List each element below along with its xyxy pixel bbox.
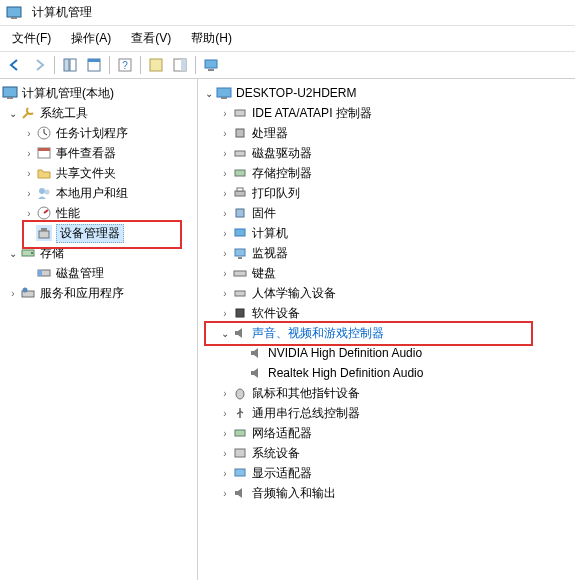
show-hide-tree-button[interactable] (59, 54, 81, 76)
svg-rect-26 (38, 270, 42, 276)
chevron-down-icon[interactable]: ⌄ (202, 88, 216, 99)
monitor-button[interactable] (200, 54, 222, 76)
dev-disk-drives[interactable]: ›磁盘驱动器 (198, 143, 575, 163)
back-button[interactable] (4, 54, 26, 76)
dev-firmware[interactable]: ›固件 (198, 203, 575, 223)
dev-network[interactable]: ›网络适配器 (198, 423, 575, 443)
tree-root[interactable]: 计算机管理(本地) (0, 83, 197, 103)
app-icon (6, 5, 22, 21)
menu-file[interactable]: 文件(F) (8, 28, 55, 49)
properties-button[interactable] (83, 54, 105, 76)
svg-rect-22 (41, 228, 47, 231)
chevron-right-icon[interactable]: › (218, 228, 232, 239)
menu-help[interactable]: 帮助(H) (187, 28, 236, 49)
svg-point-24 (31, 252, 33, 254)
dev-ide[interactable]: ›IDE ATA/ATAPI 控制器 (198, 103, 575, 123)
tree-event-viewer[interactable]: › 事件查看器 (0, 143, 197, 163)
chevron-down-icon[interactable]: ⌄ (6, 248, 20, 259)
chevron-right-icon[interactable]: › (218, 108, 232, 119)
tree-device-manager[interactable]: 设备管理器 (0, 223, 197, 243)
chevron-right-icon[interactable]: › (218, 288, 232, 299)
storage-ctrl-icon (232, 165, 248, 181)
monitor-icon (232, 245, 248, 261)
chevron-right-icon[interactable]: › (6, 288, 20, 299)
speaker-icon (248, 365, 264, 381)
refresh-button[interactable] (145, 54, 167, 76)
dev-hid[interactable]: ›人体学输入设备 (198, 283, 575, 303)
chevron-right-icon[interactable]: › (22, 188, 36, 199)
tree-label: 事件查看器 (56, 145, 116, 162)
tree-performance[interactable]: › 性能 (0, 203, 197, 223)
chevron-right-icon[interactable]: › (218, 408, 232, 419)
dev-usb[interactable]: ›通用串行总线控制器 (198, 403, 575, 423)
chevron-right-icon[interactable]: › (218, 268, 232, 279)
chevron-down-icon[interactable]: ⌄ (6, 108, 20, 119)
tree-label: 系统设备 (252, 445, 300, 462)
menu-view[interactable]: 查看(V) (127, 28, 175, 49)
dev-keyboards[interactable]: ›键盘 (198, 263, 575, 283)
chevron-down-icon[interactable]: ⌄ (218, 328, 232, 339)
chevron-right-icon[interactable]: › (22, 128, 36, 139)
chevron-right-icon[interactable]: › (218, 308, 232, 319)
chevron-right-icon[interactable]: › (218, 208, 232, 219)
chevron-right-icon[interactable]: › (218, 468, 232, 479)
tree-shared-folders[interactable]: › 共享文件夹 (0, 163, 197, 183)
tree-local-users[interactable]: › 本地用户和组 (0, 183, 197, 203)
svg-rect-14 (7, 97, 13, 99)
tree-task-scheduler[interactable]: › 任务计划程序 (0, 123, 197, 143)
chevron-right-icon[interactable]: › (218, 428, 232, 439)
audio-io-icon (232, 485, 248, 501)
device-mgr-icon (36, 225, 52, 241)
computer-mgmt-icon (2, 85, 18, 101)
chevron-right-icon[interactable]: › (218, 148, 232, 159)
chevron-right-icon[interactable]: › (218, 448, 232, 459)
chevron-right-icon[interactable]: › (218, 388, 232, 399)
dev-mice[interactable]: ›鼠标和其他指针设备 (198, 383, 575, 403)
folder-icon (36, 165, 52, 181)
chevron-right-icon[interactable]: › (22, 168, 36, 179)
device-root[interactable]: ⌄ DESKTOP-U2HDERM (198, 83, 575, 103)
actions-pane-button[interactable] (169, 54, 191, 76)
tree-label: 计算机 (252, 225, 288, 242)
chevron-right-icon[interactable]: › (22, 208, 36, 219)
chevron-right-icon[interactable]: › (218, 248, 232, 259)
dev-software-devices[interactable]: ›软件设备 (198, 303, 575, 323)
chevron-right-icon[interactable]: › (218, 188, 232, 199)
tree-label: 通用串行总线控制器 (252, 405, 360, 422)
event-icon (36, 145, 52, 161)
dev-processors[interactable]: ›处理器 (198, 123, 575, 143)
tree-label: 存储 (40, 245, 64, 262)
pc-icon (232, 225, 248, 241)
svg-rect-29 (217, 88, 231, 97)
help-button[interactable]: ? (114, 54, 136, 76)
tree-disk-management[interactable]: 磁盘管理 (0, 263, 197, 283)
chevron-right-icon[interactable]: › (22, 148, 36, 159)
svg-rect-12 (208, 69, 214, 71)
dev-monitors[interactable]: ›监视器 (198, 243, 575, 263)
tree-storage[interactable]: ⌄ 存储 (0, 243, 197, 263)
chevron-right-icon[interactable]: › (218, 488, 232, 499)
tree-system-tools[interactable]: ⌄ 系统工具 (0, 103, 197, 123)
svg-rect-33 (235, 151, 245, 156)
chevron-right-icon[interactable]: › (218, 168, 232, 179)
dev-storage-ctrl[interactable]: ›存储控制器 (198, 163, 575, 183)
dev-audio-io[interactable]: ›音频输入和输出 (198, 483, 575, 503)
computer-icon (216, 85, 232, 101)
dev-sound[interactable]: ⌄ 声音、视频和游戏控制器 (198, 323, 575, 343)
dev-system-devices[interactable]: ›系统设备 (198, 443, 575, 463)
tree-label: 计算机管理(本地) (22, 85, 114, 102)
tree-services-apps[interactable]: › 服务和应用程序 (0, 283, 197, 303)
toolbar-separator (54, 56, 55, 74)
svg-rect-38 (235, 229, 245, 236)
dev-sound-nvidia[interactable]: NVIDIA High Definition Audio (198, 343, 575, 363)
dev-computers[interactable]: ›计算机 (198, 223, 575, 243)
chevron-right-icon[interactable]: › (218, 128, 232, 139)
dev-print-queues[interactable]: ›打印队列 (198, 183, 575, 203)
menu-action[interactable]: 操作(A) (67, 28, 115, 49)
tools-icon (20, 105, 36, 121)
dev-sound-realtek[interactable]: Realtek High Definition Audio (198, 363, 575, 383)
dev-display[interactable]: ›显示适配器 (198, 463, 575, 483)
forward-button[interactable] (28, 54, 50, 76)
tree-label: 人体学输入设备 (252, 285, 336, 302)
ide-icon (232, 105, 248, 121)
